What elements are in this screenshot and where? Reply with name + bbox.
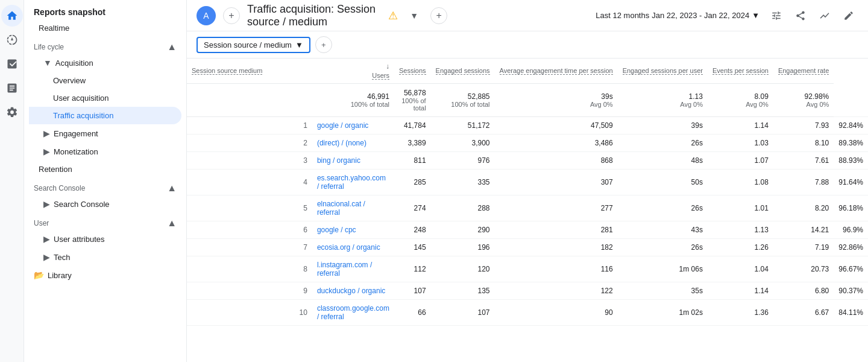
home-icon[interactable] — [1, 5, 23, 27]
row-dimension[interactable]: classroom.google.com / referral — [312, 300, 394, 326]
row-engaged-sessions: 281 — [495, 221, 618, 239]
col-header-engagement-rate[interactable]: Engagement rate — [773, 59, 834, 84]
row-dimension[interactable]: elnacional.cat / referral — [312, 195, 394, 221]
sidebar-item-realtime[interactable]: Realtime — [24, 19, 181, 37]
data-table-container[interactable]: Session source medium ↓ Users Sessions — [187, 59, 868, 362]
filter-bar: Session source / medium ▼ + — [187, 31, 868, 59]
row-index: 10 — [187, 300, 312, 326]
add-page-button[interactable]: + — [430, 7, 447, 24]
row-users: 811 — [394, 152, 431, 170]
totals-engaged-sessions: 52,885 100% of total — [431, 84, 495, 117]
sidebar-item-acquisition[interactable]: ▼ Acquisition — [29, 54, 181, 72]
col-header-users[interactable]: ↓ Users — [312, 59, 394, 84]
row-sessions: 290 — [431, 221, 495, 239]
row-index: 5 — [187, 195, 312, 221]
row-dimension[interactable]: duckduckgo / organic — [312, 282, 394, 300]
sidebar-item-monetization[interactable]: ▶ Monetization — [29, 142, 181, 160]
advertising-icon[interactable] — [1, 77, 23, 99]
row-sessions: 3,900 — [431, 135, 495, 152]
row-dimension[interactable]: google / organic — [312, 117, 394, 135]
row-dimension[interactable]: bing / organic — [312, 152, 394, 170]
col-avg-engagement-label: Average engagement time per session — [500, 67, 613, 75]
col-engaged-per-user-label: Engaged sessions per user — [623, 67, 703, 75]
retention-label: Retention — [39, 165, 72, 174]
configure-icon[interactable] — [1, 101, 23, 123]
col-header-sessions[interactable]: Sessions — [394, 59, 431, 84]
sidebar-item-retention[interactable]: Retention — [24, 160, 181, 178]
col-header-engaged-per-user[interactable]: Engaged sessions per user — [618, 59, 708, 84]
search-console-group-label: Search Console — [34, 184, 85, 192]
col-header-avg-engagement[interactable]: Average engagement time per session — [495, 59, 618, 84]
table-row: 6 google / cpc 248 290 281 43s 1.13 14.2… — [187, 221, 868, 239]
sidebar-item-search-console[interactable]: ▶ Search Console — [29, 195, 181, 213]
col-header-events-per-session[interactable]: Events per session — [708, 59, 773, 84]
totals-dimension — [187, 84, 312, 117]
row-dimension[interactable]: (direct) / (none) — [312, 135, 394, 152]
row-engaged-per-user: 1.13 — [708, 221, 773, 239]
totals-avg-engagement: 39s Avg 0% — [495, 84, 618, 117]
add-comparison-button[interactable]: + — [223, 7, 240, 24]
avatar[interactable]: A — [197, 6, 216, 25]
row-dimension[interactable]: es.search.yahoo.com / referral — [312, 170, 394, 195]
monetization-chevron: ▶ — [43, 147, 50, 156]
library-icon: 📂 — [34, 270, 44, 280]
sidebar-item-user-acquisition[interactable]: User acquisition — [29, 89, 181, 107]
row-engagement-rate: 84.11% — [834, 300, 868, 326]
row-events-per-session: 8.10 — [773, 135, 834, 152]
row-dimension[interactable]: ecosia.org / organic — [312, 239, 394, 256]
row-index: 7 — [187, 239, 312, 256]
sidebar-item-user-attributes[interactable]: ▶ User attributes — [29, 230, 181, 248]
user-section-label: User — [34, 219, 49, 227]
search-console-label: Search Console — [54, 200, 110, 209]
search-console-item-chevron: ▶ — [43, 199, 50, 209]
sidebar-item-tech[interactable]: ▶ Tech — [29, 248, 181, 266]
date-range[interactable]: Last 12 months Jan 22, 2023 - Jan 22, 20… — [596, 11, 760, 20]
lifecycle-section[interactable]: Life cycle ▲ — [24, 37, 186, 54]
realtime-icon[interactable] — [1, 29, 23, 51]
table-row: 4 es.search.yahoo.com / referral 285 335… — [187, 170, 868, 195]
sidebar-item-overview[interactable]: Overview — [29, 72, 181, 89]
sidebar-item-library[interactable]: 📂 Library — [24, 266, 181, 284]
date-dropdown-icon: ▼ — [752, 11, 760, 20]
search-console-section[interactable]: Search Console ▲ — [24, 178, 186, 195]
row-avg-engagement: 1m 02s — [618, 300, 708, 326]
row-avg-engagement: 26s — [618, 135, 708, 152]
sidebar-item-engagement[interactable]: ▶ Engagement — [29, 124, 181, 142]
date-label: Last 12 months — [596, 11, 649, 20]
insights-icon[interactable] — [815, 6, 834, 25]
row-users: 285 — [394, 170, 431, 195]
totals-row: 46,991 100% of total 56,878 100% of tota… — [187, 84, 868, 117]
totals-events-per-session: 8.09 Avg 0% — [708, 84, 773, 117]
col-header-dimension: Session source medium — [187, 59, 312, 84]
col-events-per-session-label: Events per session — [712, 67, 769, 75]
table-row: 1 google / organic 41,784 51,172 47,509 … — [187, 117, 868, 135]
row-engaged-per-user: 1.14 — [708, 117, 773, 135]
add-dimension-button[interactable]: + — [315, 36, 332, 53]
row-users: 41,784 — [394, 117, 431, 135]
row-dimension[interactable]: l.instagram.com / referral — [312, 256, 394, 282]
row-engaged-per-user: 1.07 — [708, 152, 773, 170]
totals-engaged-per-user: 1.13 Avg 0% — [618, 84, 708, 117]
row-engaged-per-user: 1.14 — [708, 282, 773, 300]
user-section[interactable]: User ▲ — [24, 213, 186, 230]
engagement-label: Engagement — [54, 129, 98, 138]
customize-report-icon[interactable] — [767, 6, 786, 25]
col-header-engaged-sessions[interactable]: Engaged sessions — [431, 59, 495, 84]
page-options-dropdown[interactable]: ▼ — [405, 8, 423, 23]
lifecycle-icon[interactable] — [1, 53, 23, 75]
filter-chip-dropdown-icon: ▼ — [295, 40, 303, 49]
row-dimension[interactable]: google / cpc — [312, 221, 394, 239]
topbar-icons — [767, 6, 858, 25]
share-icon[interactable] — [791, 6, 810, 25]
col-sessions-label: Sessions — [399, 67, 426, 75]
dimension-filter-chip[interactable]: Session source / medium ▼ — [197, 37, 310, 53]
edit-icon[interactable] — [839, 6, 858, 25]
row-users: 112 — [394, 256, 431, 282]
user-group: ▶ User attributes ▶ Tech — [24, 230, 186, 266]
row-events-per-session: 14.21 — [773, 221, 834, 239]
sidebar-item-traffic-acquisition[interactable]: Traffic acquisition — [29, 107, 181, 124]
library-label: Library — [48, 271, 72, 280]
row-engagement-rate: 96.18% — [834, 195, 868, 221]
row-events-per-session: 7.93 — [773, 117, 834, 135]
row-users: 248 — [394, 221, 431, 239]
